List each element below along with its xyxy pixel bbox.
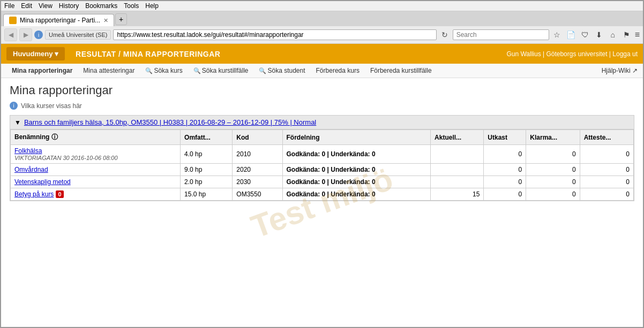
cell-atteste: 0 <box>580 188 633 201</box>
search-icon-kurstillfalle: 🔍 <box>193 67 201 74</box>
search-icon-kurs: 🔍 <box>145 67 153 74</box>
table-header-row: Benämning ⓘ Omfatt... Kod Fördelning Akt… <box>11 130 634 145</box>
browser-window: File Edit View History Bookmarks Tools H… <box>0 0 644 328</box>
info-row: i Vilka kurser visas här <box>10 102 634 110</box>
cell-utkast: 0 <box>484 188 526 201</box>
cell-utkast: 0 <box>484 176 526 188</box>
cell-fordelning: Godkända: 0 | Underkända: 0 <box>282 188 431 201</box>
fordelning-text: Godkända: 0 | Underkända: 0 <box>287 150 376 158</box>
flag-icon[interactable]: ⚑ <box>621 29 633 41</box>
cell-klarma: 0 <box>526 188 580 201</box>
col-header-kod: Kod <box>233 130 282 145</box>
info-circle-icon: i <box>10 102 18 110</box>
home-icon[interactable]: ⌂ <box>607 29 619 41</box>
shield-icon[interactable]: 🛡 <box>579 29 591 41</box>
nav-tabs: Mina rapporteringar Mina attesteringar 🔍… <box>1 64 643 78</box>
app-topbar: Huvudmeny ▾ RESULTAT / MINA RAPPORTERING… <box>1 44 643 64</box>
menu-hamburger-icon[interactable]: ≡ <box>635 30 640 40</box>
badge: 0 <box>56 190 63 198</box>
cell-extent: 4.0 hp <box>181 145 233 164</box>
new-tab-button[interactable]: + <box>115 13 127 25</box>
row-name-link[interactable]: Omvårdnad <box>14 166 48 173</box>
course-link[interactable]: Barns och familjers hälsa, 15.0hp, OM355… <box>24 118 316 126</box>
col-header-utkast: Utkast <box>484 130 526 145</box>
table-row: FolkhälsaVIKTORIAGATAN 30 2016-10-06 08:… <box>11 145 634 164</box>
cell-kod: 2030 <box>233 176 282 188</box>
address-bar: ◀ ▶ i Umeå Universitet (SE) ↻ ☆ 📄 🛡 ⬇ ⌂ … <box>1 26 643 44</box>
cell-kod: OM3550 <box>233 188 282 201</box>
cell-extent: 15.0 hp <box>181 188 233 201</box>
download-icon[interactable]: ⬇ <box>593 29 605 41</box>
search-icon-student: 🔍 <box>259 67 266 74</box>
nav-tab-mina-rapporteringar[interactable]: Mina rapporteringar <box>6 64 78 78</box>
nav-tab-soka-kurstillfalle[interactable]: 🔍 Söka kurstillfälle <box>188 64 254 78</box>
tab-close-button[interactable]: ✕ <box>103 17 108 24</box>
info-badge: i <box>34 30 43 39</box>
cell-kod: 2010 <box>233 145 282 164</box>
breadcrumb: RESULTAT / MINA RAPPORTERINGAR <box>76 50 506 58</box>
col-header-klarma: Klarma... <box>526 130 580 145</box>
refresh-button[interactable]: ↻ <box>439 29 451 41</box>
fordelning-text: Godkända: 0 | Underkända: 0 <box>287 166 376 173</box>
user-info: Gun Wallius | Göteborgs universitet | Lo… <box>506 50 638 58</box>
page-title: Mina rapporteringar <box>10 83 634 97</box>
menu-history[interactable]: History <box>59 2 79 10</box>
search-input[interactable] <box>453 29 549 40</box>
nav-tab-forbereda-kurstillfalle[interactable]: Förbereda kurstillfälle <box>365 64 437 78</box>
menu-edit[interactable]: Edit <box>21 2 32 10</box>
cell-atteste: 0 <box>580 176 633 188</box>
table-row: Omvårdnad9.0 hp2020Godkända: 0 | Underkä… <box>11 164 634 176</box>
cell-name: FolkhälsaVIKTORIAGATAN 30 2016-10-06 08:… <box>11 145 181 164</box>
nav-tab-mina-attesteringar[interactable]: Mina attesteringar <box>78 64 140 78</box>
menu-bookmarks[interactable]: Bookmarks <box>85 2 117 10</box>
cell-name: Omvårdnad <box>11 164 181 176</box>
menu-tools[interactable]: Tools <box>124 2 139 10</box>
course-section: ▼ Barns och familjers hälsa, 15.0hp, OM3… <box>10 115 634 201</box>
menu-bar: File Edit View History Bookmarks Tools H… <box>1 1 643 11</box>
page-icon[interactable]: 📄 <box>565 29 577 41</box>
cell-name: Betyg på kurs0 <box>11 188 181 201</box>
menu-help[interactable]: Help <box>145 2 159 10</box>
nav-tab-soka-student[interactable]: 🔍 Söka student <box>253 64 310 78</box>
col-header-benamning: Benämning ⓘ <box>11 130 181 145</box>
col-header-atteste: Atteste... <box>580 130 633 145</box>
back-button[interactable]: ◀ <box>4 28 17 41</box>
url-input[interactable] <box>113 29 436 40</box>
cell-extent: 2.0 hp <box>181 176 233 188</box>
cell-aktuell <box>431 164 484 176</box>
cell-fordelning: Godkända: 0 | Underkända: 0 <box>282 145 431 164</box>
sub-text: VIKTORIAGATAN 30 2016-10-06 08:00 <box>14 155 176 161</box>
row-name-link[interactable]: Folkhälsa <box>14 147 42 155</box>
toolbar-icons: ☆ 📄 🛡 ⬇ ⌂ ⚑ ≡ <box>551 29 640 41</box>
cell-fordelning: Godkända: 0 | Underkända: 0 <box>282 164 431 176</box>
table-row: Betyg på kurs015.0 hpOM3550Godkända: 0 |… <box>11 188 634 201</box>
forward-button[interactable]: ▶ <box>19 28 32 41</box>
row-name-link[interactable]: Vetenskaplig metod <box>14 178 71 186</box>
col-header-omfatt: Omfatt... <box>181 130 233 145</box>
cell-atteste: 0 <box>580 164 633 176</box>
cell-aktuell: 15 <box>431 188 484 201</box>
tab-favicon <box>9 17 17 24</box>
app-area: Huvudmeny ▾ RESULTAT / MINA RAPPORTERING… <box>1 44 643 327</box>
toggle-arrow-icon[interactable]: ▼ <box>14 119 21 126</box>
menu-view[interactable]: View <box>39 2 53 10</box>
browser-tab-active[interactable]: Mina rapporteringar - Parti... ✕ <box>3 14 114 26</box>
col-header-fordelning: Fördelning <box>282 130 431 145</box>
cell-name: Vetenskaplig metod <box>11 176 181 188</box>
main-menu-button[interactable]: Huvudmeny ▾ <box>6 47 65 60</box>
main-content: Test miljö Mina rapporteringar i Vilka k… <box>1 78 643 327</box>
cell-atteste: 0 <box>580 145 633 164</box>
cell-klarma: 0 <box>526 164 580 176</box>
nav-tab-soka-kurs[interactable]: 🔍 Söka kurs <box>140 64 188 78</box>
data-table: Benämning ⓘ Omfatt... Kod Fördelning Akt… <box>10 129 634 201</box>
fordelning-text: Godkända: 0 | Underkända: 0 <box>287 190 376 198</box>
row-name-link[interactable]: Betyg på kurs <box>14 190 54 198</box>
cell-klarma: 0 <box>526 145 580 164</box>
cell-klarma: 0 <box>526 176 580 188</box>
cell-utkast: 0 <box>484 164 526 176</box>
table-row: Vetenskaplig metod2.0 hp2030Godkända: 0 … <box>11 176 634 188</box>
bookmark-star-icon[interactable]: ☆ <box>551 29 563 41</box>
nav-tab-forbereda-kurs[interactable]: Förbereda kurs <box>311 64 365 78</box>
menu-file[interactable]: File <box>4 2 14 10</box>
help-link[interactable]: Hjälp-Wiki ↗ <box>602 67 638 74</box>
